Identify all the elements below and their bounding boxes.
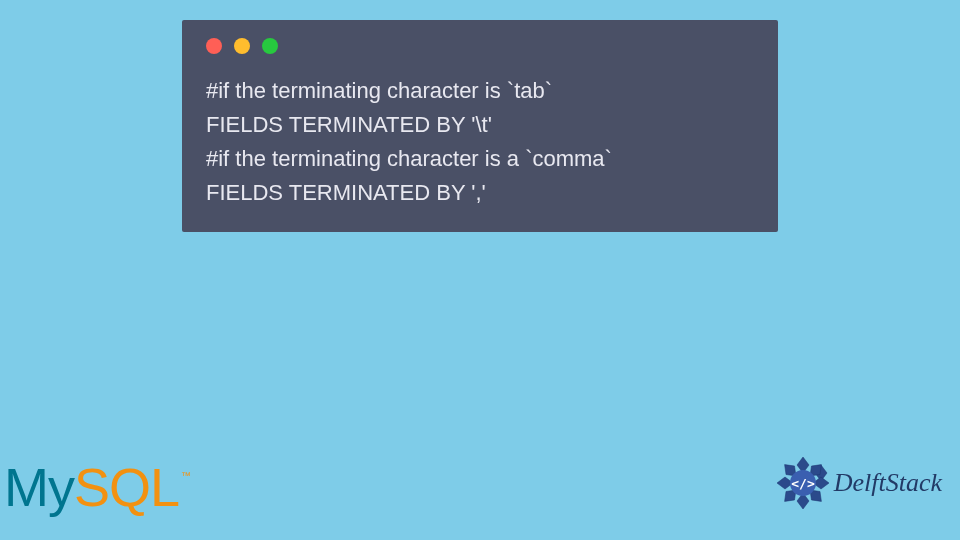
mysql-logo: MySQL™	[4, 456, 188, 518]
code-line: FIELDS TERMINATED BY ','	[206, 176, 754, 210]
mysql-my: My	[4, 457, 74, 517]
mysql-tm: ™	[181, 470, 190, 481]
mysql-sql: SQL	[74, 457, 179, 517]
minimize-dot-icon	[234, 38, 250, 54]
window-controls	[206, 38, 754, 54]
delftstack-text: DelftStack	[834, 468, 942, 498]
delftstack-icon: </>	[774, 454, 832, 512]
delftstack-logo: </> DelftStack	[774, 454, 942, 512]
code-line: FIELDS TERMINATED BY '\t'	[206, 108, 754, 142]
maximize-dot-icon	[262, 38, 278, 54]
svg-text:</>: </>	[791, 476, 815, 491]
code-line: #if the terminating character is `tab`	[206, 74, 754, 108]
code-line: #if the terminating character is a `comm…	[206, 142, 754, 176]
code-window: #if the terminating character is `tab` F…	[182, 20, 778, 232]
close-dot-icon	[206, 38, 222, 54]
